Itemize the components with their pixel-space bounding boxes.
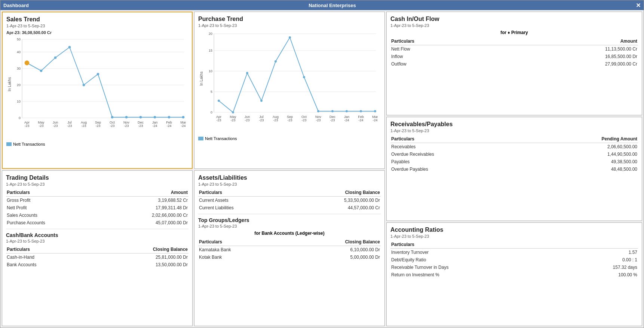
svg-point-72 xyxy=(360,110,362,112)
row-label: Payables xyxy=(390,158,525,165)
row-value: 27,99,000.00 Cr xyxy=(495,60,638,68)
svg-text:15: 15 xyxy=(209,49,212,52)
row-label: Current Assets xyxy=(198,197,288,204)
trading-subtitle: 1-Apr-23 to 5-Sep-23 xyxy=(6,182,188,186)
ratios-col-value xyxy=(562,241,638,249)
table-row: Inflow16,85,500.00 Dr xyxy=(390,53,638,60)
svg-text:-23: -23 xyxy=(95,124,100,128)
sales-trend-panel: Sales Trend 1-Apr-23 to 5-Sep-23 Apr-23:… xyxy=(2,12,193,169)
row-value: 0.00 : 1 xyxy=(562,256,638,264)
svg-text:40: 40 xyxy=(17,50,21,54)
trading-col-amount: Amount xyxy=(100,189,188,197)
sales-trend-title: Sales Trend xyxy=(6,16,188,23)
table-row: Current Assets5,33,50,000.00 Dr xyxy=(198,197,381,204)
table-row: Debt/Equity Ratio0.00 : 1 xyxy=(390,256,638,264)
svg-text:In Lakhs: In Lakhs xyxy=(7,77,12,91)
svg-point-18 xyxy=(83,84,85,86)
table-row: Outflow27,99,000.00 Cr xyxy=(390,60,638,68)
svg-text:-23: -23 xyxy=(216,118,221,122)
purchase-trend-chart: In Lakhs 0 5 10 15 20 xyxy=(198,30,378,131)
svg-text:5: 5 xyxy=(211,90,212,94)
svg-text:-24: -24 xyxy=(358,118,363,122)
purchase-chart-area: In Lakhs 0 5 10 15 20 xyxy=(198,30,381,135)
svg-text:50: 50 xyxy=(17,37,21,41)
row-value: 157.32 days xyxy=(562,264,638,271)
accounting-ratios-panel: Accounting Ratios 1-Apr-23 to 5-Sep-23 P… xyxy=(386,222,642,326)
receivables-payables-panel: Receivables/Payables 1-Apr-23 to 5-Sep-2… xyxy=(386,117,642,221)
ratios-subtitle: 1-Apr-23 to 5-Sep-23 xyxy=(390,234,638,239)
svg-point-63 xyxy=(232,111,234,113)
svg-text:-24: -24 xyxy=(181,124,185,128)
svg-text:-23: -23 xyxy=(287,118,292,122)
close-button[interactable]: ✕ xyxy=(636,2,641,9)
svg-point-73 xyxy=(374,110,376,112)
svg-point-68 xyxy=(303,76,305,78)
window-center-title: National Enterprises xyxy=(309,3,356,8)
right-column: Cash In/Out Flow 1-Apr-23 to 5-Sep-23 fo… xyxy=(386,12,642,326)
table-row: Sales Accounts2,02,66,000.00 Cr xyxy=(6,212,188,219)
cb-col-particulars: Particulars xyxy=(6,246,90,253)
tg-col-balance: Closing Balance xyxy=(286,238,381,246)
svg-text:-23: -23 xyxy=(67,124,72,128)
svg-point-24 xyxy=(168,116,170,118)
table-row: Purchase Accounts45,07,000.00 Dr xyxy=(6,219,188,227)
svg-point-21 xyxy=(125,116,128,118)
purchase-legend-label: Nett Transactions xyxy=(205,136,237,141)
svg-point-23 xyxy=(154,116,156,118)
row-label: Receivable Turnover in Days xyxy=(390,264,562,271)
table-row: Kotak Bank5,00,000.00 Dr xyxy=(198,253,381,261)
svg-point-25 xyxy=(182,116,184,118)
svg-text:0: 0 xyxy=(211,110,212,114)
cash-inout-for-label: for ♦ Primary xyxy=(390,30,638,35)
table-row: Bank Accounts13,50,000.00 Dr xyxy=(6,261,188,268)
row-value: 11,13,500.00 Cr xyxy=(495,45,638,53)
svg-text:-23: -23 xyxy=(24,124,29,128)
row-label: Sales Accounts xyxy=(6,212,100,219)
trading-title: Trading Details xyxy=(6,174,188,181)
row-label: Inflow xyxy=(390,53,495,60)
row-value: 5,00,000.00 Dr xyxy=(286,253,381,261)
svg-text:-24: -24 xyxy=(152,124,157,128)
svg-text:10: 10 xyxy=(17,100,21,103)
svg-text:-23: -23 xyxy=(230,118,235,122)
top-groups-title: Top Groups/Ledgers xyxy=(198,217,381,223)
row-value: 13,50,000.00 Dr xyxy=(90,261,188,268)
svg-text:-23: -23 xyxy=(124,124,129,128)
ratios-col-particulars: Particulars xyxy=(390,241,562,249)
purchase-trend-legend: Nett Transactions xyxy=(198,136,381,141)
svg-text:-24: -24 xyxy=(372,118,377,122)
sales-chart-area: In Lakhs 0 10 20 30 40 50 xyxy=(6,36,188,140)
svg-point-20 xyxy=(111,116,113,118)
row-value: 25,81,000.00 Dr xyxy=(90,253,188,261)
row-value: 6,10,000.00 Dr xyxy=(286,246,381,254)
row-label: Purchase Accounts xyxy=(6,219,100,227)
table-row: Gross Profit3,19,688.52 Cr xyxy=(6,197,188,204)
assets-col-particulars: Particulars xyxy=(198,189,288,197)
table-row: Cash-in-Hand25,81,000.00 Dr xyxy=(6,253,188,261)
cb-col-balance: Closing Balance xyxy=(90,246,188,253)
svg-point-62 xyxy=(218,100,220,102)
table-row: Nett Flow11,13,500.00 Cr xyxy=(390,45,638,53)
row-label: Return on Investment % xyxy=(390,271,562,279)
recv-col-amount: Pending Amount xyxy=(525,135,638,143)
table-row: Receivables2,06,60,500.00 xyxy=(390,143,638,151)
table-row: Inventory Turnover1.57 xyxy=(390,248,638,256)
svg-text:20: 20 xyxy=(17,83,21,87)
row-value: 17,99,311.48 Dr xyxy=(100,204,188,212)
top-groups-table: Particulars Closing Balance Karnataka Ba… xyxy=(198,238,381,261)
sales-trend-legend: Nett Transactions xyxy=(6,142,188,146)
table-row: Current Liabilities44,57,000.00 Cr xyxy=(198,204,381,212)
svg-text:30: 30 xyxy=(17,67,21,70)
svg-text:-23: -23 xyxy=(81,124,86,128)
table-row: Overdue Payables48,48,500.00 xyxy=(390,165,638,173)
cash-inout-title: Cash In/Out Flow xyxy=(390,16,638,22)
svg-text:-23: -23 xyxy=(138,124,143,128)
row-value: 100.00 % xyxy=(562,271,638,279)
svg-point-67 xyxy=(289,36,291,39)
purchase-trend-subtitle: 1-Apr-23 to 5-Sep-23 xyxy=(198,23,381,28)
svg-point-17 xyxy=(68,46,71,48)
svg-text:-24: -24 xyxy=(166,124,171,128)
svg-text:-23: -23 xyxy=(301,118,306,122)
receivables-table: Particulars Pending Amount Receivables2,… xyxy=(390,135,638,173)
top-groups-subtitle: 1-Apr-23 to 5-Sep-23 xyxy=(198,224,381,228)
